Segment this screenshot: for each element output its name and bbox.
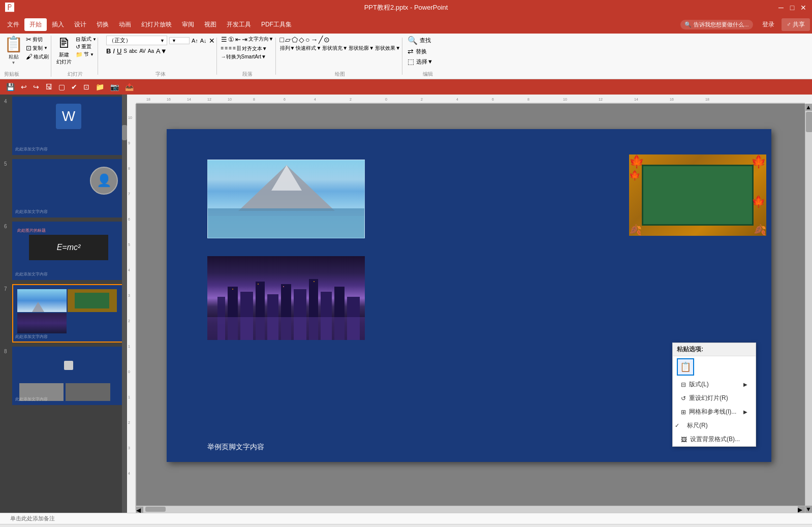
- menu-view[interactable]: 视图: [199, 18, 222, 31]
- spelling-btn[interactable]: ✔: [69, 82, 79, 92]
- chalkboard-image[interactable]: 🍁 🍁 🍂 🍂 🍁 🍁: [629, 154, 766, 236]
- cut-button[interactable]: ✂剪切: [26, 36, 49, 43]
- canvas-vscrollbar[interactable]: ▲ ▼: [805, 104, 812, 513]
- column-btn[interactable]: |||: [237, 45, 241, 52]
- text-direction-btn[interactable]: 文字方向▼: [248, 36, 274, 43]
- underline-btn[interactable]: U: [117, 47, 121, 55]
- font-color-btn[interactable]: A▼: [156, 47, 167, 55]
- diamond-shape[interactable]: ◇: [299, 36, 304, 44]
- align-right-btn[interactable]: ≡: [229, 45, 232, 52]
- strikethrough-btn[interactable]: S: [123, 48, 127, 54]
- line-shape[interactable]: ╱: [319, 36, 323, 44]
- quick-styles-btn[interactable]: 快速样式▼: [296, 45, 321, 52]
- scroll-thumb-h[interactable]: [145, 507, 166, 512]
- align-center-btn[interactable]: ≡: [225, 45, 228, 52]
- section-button[interactable]: 📁节▼: [76, 51, 97, 58]
- select-btn[interactable]: ⬚选择▼: [408, 57, 433, 66]
- scroll-thumb-v[interactable]: [806, 112, 812, 132]
- share-button[interactable]: ♂ 共享: [782, 18, 810, 31]
- reset-button[interactable]: ↺重置: [76, 43, 97, 50]
- menu-transition[interactable]: 切换: [91, 18, 114, 31]
- save-btn[interactable]: 💾: [4, 82, 17, 92]
- shape-effects-btn[interactable]: 形状效果▼: [375, 45, 400, 52]
- format-painter-button[interactable]: 🖌格式刷: [26, 53, 49, 60]
- share-btn-qa[interactable]: 📤: [123, 82, 136, 92]
- open-btn[interactable]: 📁: [93, 82, 106, 92]
- menu-pdf[interactable]: PDF工具集: [256, 18, 297, 31]
- menu-animation[interactable]: 动画: [114, 18, 136, 31]
- mountain-image[interactable]: [207, 160, 365, 238]
- slide-thumb-5[interactable]: 👤 此处添加文字内容: [12, 159, 125, 218]
- login-button[interactable]: 登录: [758, 20, 778, 29]
- shape-fill-btn[interactable]: 形状填充▼: [322, 45, 348, 52]
- search-box[interactable]: 🔍 告诉我您想要做什么...: [680, 20, 753, 29]
- bullets-btn[interactable]: ☰: [221, 36, 227, 43]
- city-image[interactable]: [207, 256, 365, 340]
- oval-shape[interactable]: ○: [305, 36, 309, 44]
- justify-btn[interactable]: ≡: [233, 45, 236, 52]
- pentagon-shape[interactable]: ⬠: [292, 36, 298, 44]
- scroll-up-btn[interactable]: ▲: [805, 104, 812, 111]
- convert-smartart-btn[interactable]: →转换为SmartArt▼: [221, 53, 266, 60]
- slideshow-start-btn[interactable]: ⊡: [81, 82, 91, 92]
- slide-thumb-6[interactable]: 此处图片的标题 E=mc² 此处添加文字内容: [12, 222, 125, 280]
- close-btn[interactable]: ✕: [800, 4, 807, 11]
- align-text-btn[interactable]: 对齐文本▼: [242, 45, 267, 52]
- copy-button[interactable]: ⊡复制 ▼: [26, 44, 49, 52]
- undo-btn[interactable]: ↩: [19, 82, 29, 92]
- scroll-left-btn[interactable]: ◀: [136, 507, 143, 513]
- menu-review[interactable]: 审阅: [177, 18, 199, 31]
- text-box-shape[interactable]: ▱: [285, 36, 291, 44]
- menu-home[interactable]: 开始: [24, 18, 47, 31]
- menu-slideshow[interactable]: 幻灯片放映: [136, 18, 177, 31]
- slide-thumb-4[interactable]: W 此处添加文字内容: [12, 97, 125, 155]
- reset-slide-menu-item[interactable]: ↺ 重设幻灯片(R): [673, 391, 756, 405]
- increase-font-btn[interactable]: A↑: [192, 38, 198, 44]
- find-btn[interactable]: 🔍查找: [408, 36, 433, 45]
- paste-default-btn[interactable]: 📋: [677, 358, 694, 376]
- screenshot-btn[interactable]: 📷: [108, 82, 121, 92]
- rectangle-shape[interactable]: □: [280, 36, 284, 44]
- slide-thumb-8[interactable]: 此处添加文字内容: [12, 347, 125, 405]
- panel-scroll-thumb[interactable]: [122, 125, 127, 140]
- grid-menu-item[interactable]: ⊞ 网格和参考线(I)...: [673, 405, 756, 419]
- notes-area[interactable]: 单击此处添加备注: [0, 513, 812, 524]
- font-family-selector[interactable]: （正文）▼: [106, 36, 167, 45]
- clear-format-btn[interactable]: ✕: [209, 37, 215, 45]
- background-menu-item[interactable]: 🖼 设置背景格式(B)...: [673, 432, 756, 446]
- menu-devtools[interactable]: 开发工具: [222, 18, 256, 31]
- arrow-shape[interactable]: →: [310, 36, 318, 44]
- slide-canvas[interactable]: 🍁 🍁 🍂 🍂 🍁 🍁: [136, 104, 812, 513]
- canvas-hscrollbar[interactable]: ◀ ▶: [136, 506, 805, 513]
- layout-button[interactable]: ⊟版式▼: [76, 36, 97, 43]
- decrease-indent-btn[interactable]: ⇤: [235, 36, 241, 43]
- replace-btn[interactable]: ⇄替换: [408, 47, 433, 55]
- align-left-btn[interactable]: ≡: [221, 45, 224, 52]
- ruler-menu-item[interactable]: ✓ 标尺(R): [673, 419, 756, 432]
- scroll-right-btn[interactable]: ▶: [798, 506, 805, 513]
- scroll-down-btn[interactable]: ▼: [805, 506, 812, 513]
- italic-btn[interactable]: I: [113, 47, 115, 55]
- shadow-btn[interactable]: abc: [129, 48, 137, 54]
- menu-file[interactable]: 文件: [2, 18, 24, 31]
- menu-design[interactable]: 设计: [69, 18, 91, 31]
- numbering-btn[interactable]: ①: [228, 36, 234, 43]
- maximize-btn[interactable]: □: [789, 4, 796, 11]
- decrease-font-btn[interactable]: A↓: [200, 38, 207, 44]
- slide-thumb-7[interactable]: 此处添加文字内容: [12, 284, 125, 343]
- layout-menu-item[interactable]: ⊟ 版式(L): [673, 378, 756, 391]
- print-preview-btn[interactable]: 🖫: [43, 82, 54, 92]
- redo-btn[interactable]: ↪: [31, 82, 41, 92]
- font-size-selector[interactable]: ▼: [169, 37, 190, 44]
- minimize-btn[interactable]: ─: [777, 4, 785, 11]
- shape-outline-btn[interactable]: 形状轮廓▼: [349, 45, 374, 52]
- increase-indent-btn[interactable]: ⇥: [242, 36, 247, 43]
- panel-scrollbar[interactable]: [122, 95, 127, 513]
- menu-insert[interactable]: 插入: [47, 18, 69, 31]
- arrange-btn[interactable]: 排列▼: [280, 45, 295, 52]
- circle-shape[interactable]: ⊙: [324, 36, 330, 44]
- change-case-btn[interactable]: Aa: [148, 48, 154, 54]
- print-btn[interactable]: ▢: [56, 82, 67, 92]
- spacing-btn[interactable]: AV: [139, 48, 146, 54]
- bold-btn[interactable]: B: [106, 47, 111, 55]
